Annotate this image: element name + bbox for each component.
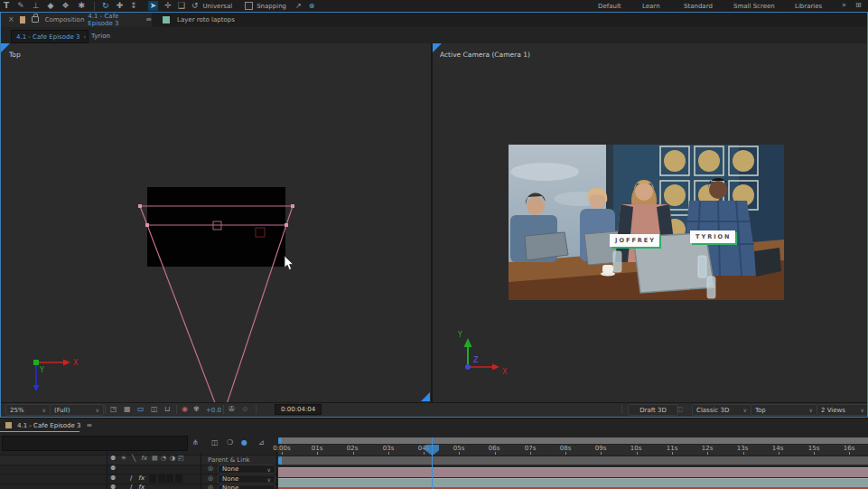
fx-toggle-icon[interactable]: fx [138, 484, 145, 489]
graph-editor-icon[interactable]: ⊿ [258, 439, 265, 447]
timecode-display[interactable]: 0:00:04:04 [275, 404, 322, 415]
always-preview-icon[interactable]: ◳ [110, 406, 117, 413]
snap-options-icon[interactable]: ↗ [295, 3, 302, 10]
motion-blur-column-icon[interactable]: ◔ [161, 456, 166, 462]
roto-brush-tool-icon[interactable]: ❖ [61, 2, 69, 10]
adjustment-column-icon[interactable]: ◑ [170, 456, 175, 462]
adjust-exposure-icon[interactable]: ✾ [193, 406, 200, 413]
workspace-overflow-icon[interactable]: » [842, 2, 846, 9]
viewer-tab-tyrion[interactable]: Tyrion [91, 33, 110, 40]
show-channels-icon[interactable]: ◉ [182, 406, 188, 413]
comp-duration-in-handle[interactable] [278, 456, 282, 465]
switch-cells [149, 475, 183, 483]
timeline-menu-icon[interactable]: ≡ [86, 422, 92, 429]
parent-dropdown-3[interactable]: None [218, 484, 275, 489]
frame-blend-master-icon[interactable]: ◫ [211, 439, 219, 447]
workspace-small-screen[interactable]: Small Screen [733, 3, 775, 10]
close-tab-icon[interactable]: × [8, 16, 14, 24]
viewer-tab-active[interactable]: 4.1 - Cafe Episode 3 ‹ [11, 30, 89, 43]
work-area-bar[interactable] [278, 437, 868, 444]
panel-menu-icon[interactable]: ≡ [145, 16, 152, 24]
fx-toggle-icon[interactable]: fx [138, 475, 145, 482]
view-dropdown[interactable]: Top ∨ [751, 404, 817, 416]
quality-toggle-icon[interactable]: ∕ [130, 475, 132, 482]
viewer-back-icon[interactable]: ‹ [83, 33, 86, 41]
exposure-value[interactable]: +0.0 [206, 407, 221, 414]
camera-frustum-wireframe[interactable]: X Y [0, 43, 431, 402]
puppet-pin-tool-icon[interactable]: ✱ [79, 2, 86, 10]
shy-toggle-icon[interactable]: ⚉ [110, 465, 116, 472]
mini-flowchart-icon[interactable]: ⋔ [192, 439, 199, 447]
threed-column-icon[interactable]: ◰ [178, 456, 184, 462]
rotation-mode-label[interactable]: Universal [202, 3, 232, 10]
renderer-dropdown[interactable]: Classic 3D ∨ [692, 404, 751, 416]
rendered-frame[interactable]: JOFFREY TYRION [509, 145, 784, 300]
quality-toggle-icon[interactable]: ∕ [130, 484, 132, 489]
chevron-down-icon: ∨ [743, 407, 747, 413]
composition-panel-tab[interactable]: × Composition 4.1 - Cafe Episode 3 ≡ [0, 12, 152, 27]
timeline-tab-label: 4.1 - Cafe Episode 3 [17, 422, 80, 429]
collapse-column-icon[interactable]: ✳ [121, 456, 126, 462]
parent-dropdown-1[interactable]: None ∨ [218, 465, 275, 474]
workspace-default[interactable]: Default [598, 3, 621, 10]
parent-dropdown-2[interactable]: None ∨ [218, 475, 275, 484]
brainstorm-icon[interactable]: ● [241, 439, 247, 447]
ruler-label: 13s [737, 445, 749, 452]
show-snapshot-icon[interactable]: ⊘ [242, 406, 248, 413]
ruler-label: 08s [560, 445, 572, 452]
transparency-grid-icon[interactable]: ▦ [124, 406, 131, 413]
workspace-libraries[interactable]: Libraries [795, 3, 822, 10]
pan-camera-tool-icon[interactable]: ✚ [117, 2, 124, 10]
hand-tool-icon[interactable]: ✛ [164, 2, 172, 10]
view-value: Top [755, 407, 766, 414]
view-layout-dropdown[interactable]: 2 Views ∨ [817, 404, 868, 416]
timeline-tab[interactable]: 4.1 - Cafe Episode 3 ≡ [0, 418, 92, 432]
shape-tool-icon[interactable]: ❑ [178, 2, 185, 10]
fx-column-icon[interactable]: fx [141, 456, 147, 462]
type-tool-icon[interactable]: T [4, 2, 9, 10]
selection-tool-icon[interactable]: ➤ [148, 1, 159, 11]
region-of-interest-icon[interactable]: ▭ [137, 406, 145, 413]
pickwhip-icon[interactable]: ◎ [208, 484, 213, 489]
resolution-dropdown[interactable]: (Full) ∨ [50, 404, 104, 416]
timeline-search-field[interactable] [2, 436, 188, 451]
workspace-standard[interactable]: Standard [684, 3, 713, 10]
work-area-in-handle[interactable] [278, 437, 282, 444]
rotate-tool-icon[interactable]: ↺ [191, 2, 199, 10]
ruler-label: 06s [489, 445, 500, 452]
magnification-dropdown[interactable]: 25% ∨ [5, 404, 51, 416]
comp-duration-bar[interactable] [278, 456, 868, 465]
svg-text:Z: Z [473, 356, 479, 364]
comp-color-chip[interactable] [20, 16, 25, 24]
pickwhip-icon[interactable]: ◎ [208, 465, 213, 472]
snapshot-camera-icon[interactable]: ✇ [229, 406, 235, 413]
workspace-settings-icon[interactable]: ⊞ [855, 2, 862, 9]
layer-panel-tab[interactable]: Layer roto laptops [155, 12, 235, 27]
orbit-camera-tool-icon[interactable]: ↻ [102, 2, 109, 10]
ruler-label: 12s [702, 445, 714, 452]
chevron-down-icon: ∨ [809, 407, 813, 413]
brush-tool-icon[interactable]: ✎ [17, 2, 24, 10]
draft-3d-button[interactable]: Draft 3D [628, 404, 678, 416]
pixel-aspect-icon[interactable]: ⊔ [164, 406, 170, 413]
lock-icon[interactable] [32, 16, 39, 23]
shy-toggle-icon[interactable]: ⚉ [110, 484, 116, 489]
motion-blur-master-icon[interactable]: ❍ [227, 439, 233, 447]
parent-link-header: Parent & Link [208, 456, 250, 464]
eraser-tool-icon[interactable]: ◆ [48, 2, 54, 10]
snapping-checkbox[interactable] [245, 2, 253, 10]
shy-toggle-icon[interactable]: ⚉ [110, 475, 116, 482]
mask-visibility-icon[interactable]: ◫ [151, 406, 158, 413]
workspace-learn[interactable]: Learn [642, 3, 660, 10]
snapping-label[interactable]: Snapping [257, 3, 286, 10]
layer-bar-1[interactable] [278, 467, 868, 477]
shy-column-icon[interactable]: ⚉ [110, 456, 116, 462]
ground-plane-icon[interactable]: ◫ [677, 406, 684, 413]
clone-stamp-tool-icon[interactable]: ⊥ [33, 2, 40, 10]
dolly-camera-tool-icon[interactable]: ↕ [130, 2, 137, 10]
pickwhip-icon[interactable]: ◎ [208, 475, 213, 482]
layer-bar-2[interactable] [278, 478, 868, 487]
frame-blend-column-icon[interactable]: ▤ [152, 456, 158, 462]
snap-crosshair-icon[interactable]: ⊕ [309, 3, 315, 10]
quality-column-icon[interactable]: ╲ [132, 456, 135, 462]
